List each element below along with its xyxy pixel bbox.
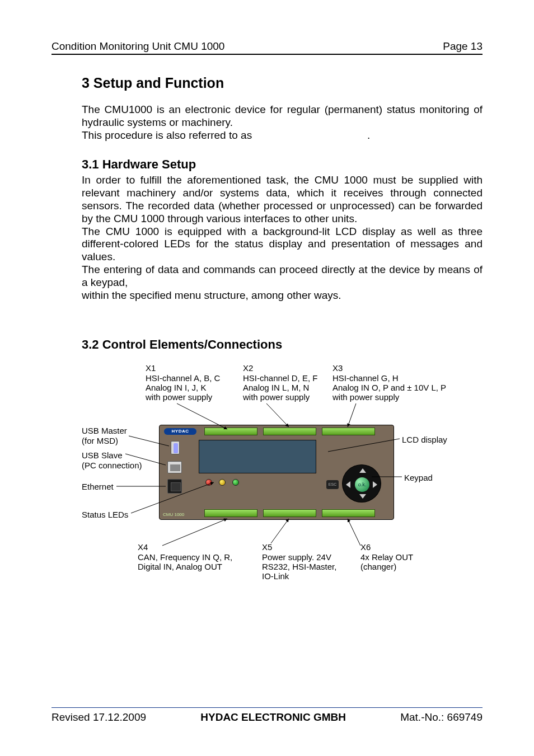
svg-line-10 [271, 519, 289, 543]
device-diagram: X1 HSI-channel A, B, C Analog IN I, J, K… [82, 363, 483, 593]
callout-lcd: LCD display [402, 435, 447, 444]
callout-x5: X5 Power supply. 24V RS232, HSI-Master, … [262, 542, 336, 581]
footer-left: Revised 17.12.2009 [51, 711, 146, 724]
callout-usb-slave: USB Slave (PC connection) [82, 450, 142, 470]
hardware-para-4: within the specified menu structure, amo… [82, 289, 483, 302]
footer-right: Mat.-No.: 669749 [400, 711, 483, 724]
section-heading: 3 Setup and Function [82, 75, 483, 91]
intro-paragraph-1: The CMU1000 is an electronic device for … [82, 104, 483, 129]
header-left: Condition Monitoring Unit CMU 1000 [51, 40, 224, 53]
svg-line-9 [162, 519, 227, 546]
ok-button-icon: o.k. [355, 477, 369, 492]
svg-line-1 [266, 403, 289, 427]
connector-x3 [322, 428, 375, 435]
esc-button-icon: ESC [326, 480, 339, 489]
led-red-icon [205, 479, 212, 486]
usb-slave-port-icon [167, 461, 182, 473]
callout-status-leds: Status LEDs [82, 510, 128, 519]
usb-master-port-icon [171, 441, 180, 454]
callout-x2: X2 HSI-channel D, E, F Analog IN L, M, N… [243, 363, 317, 402]
footer-center: HYDAC ELECTRONIC GMBH [200, 711, 346, 724]
callout-keypad: Keypad [404, 473, 433, 482]
connector-x6 [322, 509, 375, 517]
connector-x5 [263, 509, 316, 517]
ethernet-port-icon [167, 479, 182, 494]
callout-x6: X6 4x Relay OUT (changer) [360, 542, 413, 571]
callout-x4: X4 CAN, Frequency IN Q, R, Digital IN, A… [138, 542, 232, 571]
callout-x1: X1 HSI-channel A, B, C Analog IN I, J, K… [146, 363, 220, 402]
hardware-para-1: In order to fulfill the aforementioned t… [82, 174, 483, 225]
hardware-para-3: The entering of data and commands can pr… [82, 264, 483, 289]
page-footer: Revised 17.12.2009 HYDAC ELECTRONIC GMBH… [51, 707, 483, 724]
connector-x2 [263, 428, 316, 435]
intro-paragraph-2: This procedure is also referred to as . [82, 129, 483, 142]
header-right: Page 13 [443, 40, 483, 53]
svg-line-11 [348, 519, 360, 546]
led-green-icon [232, 479, 239, 486]
device-body: HYDAC CMU 1000 ESC [159, 425, 394, 520]
svg-line-2 [348, 403, 356, 427]
hardware-para-2: The CMU 1000 is equipped with a backgrou… [82, 226, 483, 264]
callout-ethernet: Ethernet [82, 482, 114, 491]
model-label: CMU 1000 [163, 512, 184, 517]
brand-badge: HYDAC [164, 428, 196, 435]
subsection-hardware-setup: 3.1 Hardware Setup [82, 157, 483, 172]
connector-x4 [204, 509, 257, 517]
connector-x1 [204, 428, 257, 435]
status-leds-icon [205, 479, 239, 486]
subsection-control-elements: 3.2 Control Elements/Connections [82, 337, 483, 352]
callout-usb-master: USB Master (for MSD) [82, 426, 127, 445]
lcd-screen-icon [199, 440, 316, 473]
keypad-icon: ESC o.k. [325, 464, 381, 503]
led-yellow-icon [219, 479, 226, 486]
callout-x3: X3 HSI-channel G, H Analog IN O, P and ±… [332, 363, 446, 402]
page-header: Condition Monitoring Unit CMU 1000 Page … [51, 40, 483, 55]
dpad-icon: o.k. [342, 464, 381, 503]
